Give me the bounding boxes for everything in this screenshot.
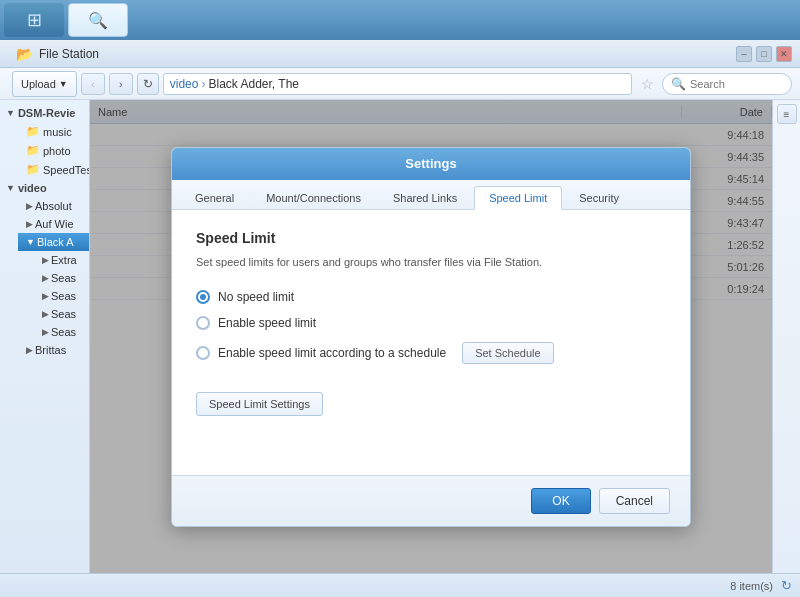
search-icon: 🔍 xyxy=(671,77,686,91)
modal-tabs: General Mount/Connections Shared Links S… xyxy=(172,180,690,210)
chevron-right-icon: ▶ xyxy=(26,219,33,229)
refresh-icon[interactable]: ↻ xyxy=(781,578,792,593)
taskbar: ⊞ 🔍 xyxy=(0,0,800,40)
tab-speed-limit[interactable]: Speed Limit xyxy=(474,186,562,210)
panel-toggle-button[interactable]: ≡ xyxy=(777,104,797,124)
sidebar-item-absolut[interactable]: ▶ Absolut xyxy=(18,197,89,215)
chevron-right-icon: ▶ xyxy=(42,327,49,337)
sidebar-item-seas2[interactable]: ▶ Seas xyxy=(34,287,89,305)
modal-footer: OK Cancel xyxy=(172,475,690,526)
chevron-down-icon: ▼ xyxy=(26,237,35,247)
chevron-right-icon: ▶ xyxy=(26,345,33,355)
sidebar-item-absolut-label: Absolut xyxy=(35,200,72,212)
breadcrumb-part-current: Black Adder, The xyxy=(208,77,299,91)
sidebar-item-seas4[interactable]: ▶ Seas xyxy=(34,323,89,341)
search-input[interactable] xyxy=(690,78,780,90)
sidebar-item-aufwie[interactable]: ▶ Auf Wie xyxy=(18,215,89,233)
taskbar-file-station-app[interactable]: 🔍 xyxy=(68,3,128,37)
toolbar: Upload ▼ ‹ › ↻ video › Black Adder, The … xyxy=(0,68,800,100)
upload-button[interactable]: Upload ▼ xyxy=(12,71,77,97)
search-bar: 🔍 xyxy=(662,73,792,95)
sidebar-item-aufwie-label: Auf Wie xyxy=(35,218,74,230)
radio-no-speed-limit-label: No speed limit xyxy=(218,290,294,304)
speed-limit-options: No speed limit Enable speed limit Enable… xyxy=(196,290,666,364)
sidebar-item-seas1-label: Seas xyxy=(51,272,76,284)
speed-limit-description: Set speed limits for users and groups wh… xyxy=(196,254,666,271)
main-area: ▼ DSM-Revie 📁 music 📁 photo 📁 SpeedTest … xyxy=(0,100,800,573)
statusbar: 8 item(s) ↻ xyxy=(0,573,800,597)
sidebar-item-blacka-label: Black A xyxy=(37,236,74,248)
sidebar-item-photo[interactable]: 📁 photo xyxy=(18,141,89,160)
chevron-down-icon: ▼ xyxy=(6,183,15,193)
sidebar-group-dsm-label: DSM-Revie xyxy=(18,107,75,119)
maximize-button[interactable]: □ xyxy=(756,46,772,62)
minimize-button[interactable]: – xyxy=(736,46,752,62)
window-controls: – □ ✕ xyxy=(736,46,792,62)
sidebar-group-dsm[interactable]: ▼ DSM-Revie xyxy=(0,104,89,122)
sidebar-item-brittas[interactable]: ▶ Brittas xyxy=(18,341,89,359)
chevron-right-icon: ▶ xyxy=(42,291,49,301)
items-count: 8 item(s) xyxy=(730,580,773,592)
sidebar-item-extra-label: Extra xyxy=(51,254,77,266)
chevron-right-icon: ▶ xyxy=(42,309,49,319)
radio-schedule-speed-limit[interactable]: Enable speed limit according to a schedu… xyxy=(196,342,666,364)
window-title: File Station xyxy=(39,47,99,61)
modal-overlay: Settings General Mount/Connections Share… xyxy=(90,100,772,573)
tab-general[interactable]: General xyxy=(180,186,249,209)
taskbar-grid-app[interactable]: ⊞ xyxy=(4,3,64,37)
sidebar-item-seas2-label: Seas xyxy=(51,290,76,302)
folder-icon: 📁 xyxy=(26,125,40,138)
upload-dropdown-arrow: ▼ xyxy=(59,79,68,89)
breadcrumb: video › Black Adder, The xyxy=(163,73,632,95)
file-station-icon: 🔍 xyxy=(88,11,108,30)
settings-modal: Settings General Mount/Connections Share… xyxy=(171,147,691,527)
modal-body: Speed Limit Set speed limits for users a… xyxy=(172,210,690,475)
sidebar-item-seas4-label: Seas xyxy=(51,326,76,338)
sidebar-item-music[interactable]: 📁 music xyxy=(18,122,89,141)
window-titlebar: 📂 File Station – □ ✕ xyxy=(0,40,800,68)
sidebar-item-photo-label: photo xyxy=(43,145,71,157)
radio-enable-speed-limit-label: Enable speed limit xyxy=(218,316,316,330)
modal-titlebar: Settings xyxy=(172,148,690,180)
radio-circle-selected xyxy=(196,290,210,304)
window-icon: 📂 xyxy=(16,46,33,62)
speed-limit-settings-button[interactable]: Speed Limit Settings xyxy=(196,392,323,416)
chevron-right-icon: ▶ xyxy=(42,273,49,283)
radio-schedule-speed-limit-label: Enable speed limit according to a schedu… xyxy=(218,346,446,360)
grid-icon: ⊞ xyxy=(27,9,42,31)
upload-label: Upload xyxy=(21,78,56,90)
radio-circle xyxy=(196,346,210,360)
sidebar-item-music-label: music xyxy=(43,126,72,138)
sidebar-item-blacka[interactable]: ▼ Black A xyxy=(18,233,89,251)
sidebar-group-video-label: video xyxy=(18,182,47,194)
tab-shared-links[interactable]: Shared Links xyxy=(378,186,472,209)
ok-button[interactable]: OK xyxy=(531,488,590,514)
forward-button[interactable]: › xyxy=(109,73,133,95)
sidebar-item-speedtest[interactable]: 📁 SpeedTest xyxy=(18,160,89,179)
cancel-button[interactable]: Cancel xyxy=(599,488,670,514)
folder-icon: 📁 xyxy=(26,144,40,157)
favorite-button[interactable]: ☆ xyxy=(636,73,658,95)
chevron-right-icon: ▶ xyxy=(26,201,33,211)
close-button[interactable]: ✕ xyxy=(776,46,792,62)
set-schedule-button[interactable]: Set Schedule xyxy=(462,342,553,364)
tab-security[interactable]: Security xyxy=(564,186,634,209)
tab-mount-connections[interactable]: Mount/Connections xyxy=(251,186,376,209)
radio-no-speed-limit[interactable]: No speed limit xyxy=(196,290,666,304)
panel-toggle: ≡ xyxy=(772,100,800,573)
back-button[interactable]: ‹ xyxy=(81,73,105,95)
sidebar-group-video[interactable]: ▼ video xyxy=(0,179,89,197)
chevron-right-icon: ▶ xyxy=(42,255,49,265)
sidebar-item-seas3-label: Seas xyxy=(51,308,76,320)
sidebar-item-seas3[interactable]: ▶ Seas xyxy=(34,305,89,323)
speed-limit-title: Speed Limit xyxy=(196,230,666,246)
sidebar-item-extra[interactable]: ▶ Extra xyxy=(34,251,89,269)
modal-title: Settings xyxy=(405,156,456,171)
radio-enable-speed-limit[interactable]: Enable speed limit xyxy=(196,316,666,330)
sidebar-item-seas1[interactable]: ▶ Seas xyxy=(34,269,89,287)
sidebar-item-brittas-label: Brittas xyxy=(35,344,66,356)
breadcrumb-part-video[interactable]: video xyxy=(170,77,199,91)
sidebar: ▼ DSM-Revie 📁 music 📁 photo 📁 SpeedTest … xyxy=(0,100,90,573)
refresh-button[interactable]: ↻ xyxy=(137,73,159,95)
chevron-down-icon: ▼ xyxy=(6,108,15,118)
